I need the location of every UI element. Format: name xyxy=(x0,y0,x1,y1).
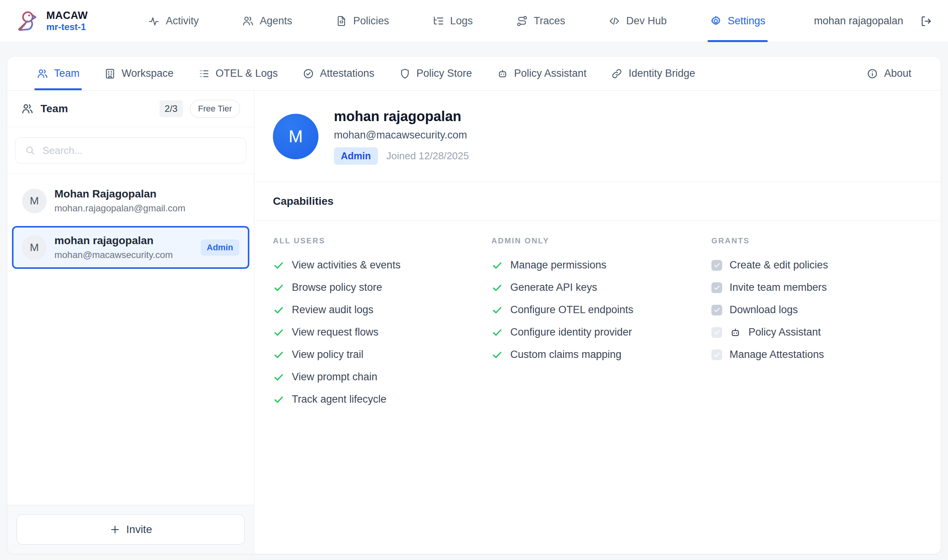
robot-icon xyxy=(497,68,508,79)
check-icon xyxy=(491,304,503,316)
capability-row-generate-api-keys: Generate API keys xyxy=(491,282,711,293)
avatar: M xyxy=(273,114,318,159)
admin-only-column: ADMIN ONLY Manage permissions Generate A… xyxy=(491,236,711,416)
grant-checkbox[interactable] xyxy=(711,260,722,271)
dotted-list-icon xyxy=(198,68,210,79)
check-icon xyxy=(713,329,721,336)
nav-item-policies[interactable]: Policies xyxy=(333,0,391,42)
robot-icon xyxy=(730,327,741,338)
member-name: Mohan Rajagopalan xyxy=(54,188,185,200)
grant-checkbox[interactable] xyxy=(711,349,722,360)
building-icon xyxy=(104,68,116,79)
capability-row-configure-otel-endpoints: Configure OTEL endpoints xyxy=(491,304,711,316)
sidebar-search-area xyxy=(7,127,254,174)
check-icon xyxy=(273,349,284,361)
check-icon xyxy=(713,306,721,314)
member-count-badge: 2/3 xyxy=(159,100,183,117)
grant-row-create-edit-policies[interactable]: Create & edit policies xyxy=(711,259,922,271)
grant-row-download-logs[interactable]: Download logs xyxy=(711,304,922,316)
capability-row-view-request-flows: View request flows xyxy=(273,326,491,338)
tab-about[interactable]: About xyxy=(854,57,924,90)
search-box[interactable] xyxy=(15,137,246,164)
top-nav: MACAW mr-test-1 Activity Agents Policies… xyxy=(0,0,948,42)
nav-item-traces[interactable]: Traces xyxy=(514,0,568,42)
avatar: M xyxy=(22,235,47,260)
nav-item-agents[interactable]: Agents xyxy=(240,0,295,42)
grant-row-manage-attestations[interactable]: Manage Attestations xyxy=(711,349,922,361)
nav-item-settings[interactable]: Settings xyxy=(708,0,768,42)
capability-row-view-activities-events: View activities & events xyxy=(273,259,491,271)
check-icon xyxy=(273,371,284,383)
info-icon xyxy=(867,68,878,79)
capability-row-track-agent-lifecycle: Track agent lifecycle xyxy=(273,393,491,405)
file-code-icon xyxy=(335,15,347,27)
joined-date: Joined 12/28/2025 xyxy=(386,150,469,162)
member-row-mohan-rajagopalan[interactable]: M Mohan Rajagopalan mohan.rajagopalan@gm… xyxy=(12,179,249,222)
grant-row-invite-team-members[interactable]: Invite team members xyxy=(711,282,922,293)
check-icon xyxy=(713,351,721,358)
check-icon xyxy=(273,394,284,405)
sidebar-footer: Invite xyxy=(7,505,254,554)
link-icon xyxy=(611,68,623,79)
check-icon xyxy=(273,304,284,316)
check-icon xyxy=(491,327,503,338)
check-icon xyxy=(491,349,503,361)
nav-item-logs[interactable]: Logs xyxy=(430,0,475,42)
capability-row-view-prompt-chain: View prompt chain xyxy=(273,371,491,383)
grant-checkbox[interactable] xyxy=(711,305,722,315)
team-sidebar: Team 2/3 Free Tier M Mohan Rajagopalan xyxy=(7,91,254,554)
grants-column: GRANTS Create & edit policies xyxy=(711,236,922,416)
brand[interactable]: MACAW mr-test-1 xyxy=(15,9,88,34)
column-header: ALL USERS xyxy=(273,236,491,245)
capability-row-view-policy-trail: View policy trail xyxy=(273,349,491,361)
settings-card: Team Workspace OTEL & Logs Attestations … xyxy=(7,56,941,554)
capability-row-review-audit-logs: Review audit logs xyxy=(273,304,491,316)
grant-checkbox[interactable] xyxy=(711,282,722,293)
users-icon xyxy=(242,15,254,27)
nav-item-activity[interactable]: Activity xyxy=(146,0,201,42)
column-header: ADMIN ONLY xyxy=(491,236,711,245)
avatar: M xyxy=(22,189,47,213)
gear-icon xyxy=(710,15,722,27)
code-icon xyxy=(608,15,620,27)
column-header: GRANTS xyxy=(711,236,922,245)
workspace-name[interactable]: mr-test-1 xyxy=(46,22,88,33)
role-badge: Admin xyxy=(201,240,239,256)
capability-row-custom-claims-mapping: Custom claims mapping xyxy=(491,349,711,361)
role-badge: Admin xyxy=(334,147,378,165)
sidebar-title: Team xyxy=(41,103,68,115)
search-input[interactable] xyxy=(42,144,237,157)
macaw-logo-icon xyxy=(15,9,40,34)
tab-policy-store[interactable]: Policy Store xyxy=(387,57,484,90)
nav-item-dev-hub[interactable]: Dev Hub xyxy=(606,0,669,42)
sidebar-header: Team 2/3 Free Tier xyxy=(7,91,254,127)
users-icon xyxy=(37,68,48,79)
settings-tab-bar: Team Workspace OTEL & Logs Attestations … xyxy=(7,57,941,91)
grant-checkbox[interactable] xyxy=(711,327,722,338)
capability-row-manage-permissions: Manage permissions xyxy=(491,259,711,271)
member-email: mohan@macawsecurity.com xyxy=(54,250,173,260)
capabilities-title: Capabilities xyxy=(254,182,941,221)
activity-icon xyxy=(148,15,160,27)
check-icon xyxy=(713,261,721,269)
tab-otel-logs[interactable]: OTEL & Logs xyxy=(186,57,290,90)
check-icon xyxy=(273,327,284,338)
check-icon xyxy=(491,282,503,293)
member-row-mohan-rajagopalan[interactable]: M mohan rajagopalan mohan@macawsecurity.… xyxy=(12,226,249,269)
profile-header: M mohan rajagopalan mohan@macawsecurity.… xyxy=(254,91,941,182)
tab-workspace[interactable]: Workspace xyxy=(92,57,186,90)
profile-email: mohan@macawsecurity.com xyxy=(334,129,469,141)
invite-button[interactable]: Invite xyxy=(17,514,245,545)
tab-attestations[interactable]: Attestations xyxy=(290,57,387,90)
check-icon xyxy=(491,260,503,271)
tab-policy-assistant[interactable]: Policy Assistant xyxy=(484,57,599,90)
tab-team[interactable]: Team xyxy=(24,57,92,90)
current-user-name: mohan rajagopalan xyxy=(814,15,903,27)
grant-row-policy-assistant[interactable]: Policy Assistant xyxy=(711,326,922,338)
top-nav-user-area: mohan rajagopalan xyxy=(814,15,933,28)
brand-name: MACAW xyxy=(46,10,88,22)
list-tree-icon xyxy=(432,15,444,27)
logout-icon[interactable] xyxy=(919,15,933,28)
plus-icon xyxy=(109,524,121,535)
tab-identity-bridge[interactable]: Identity Bridge xyxy=(599,57,708,90)
